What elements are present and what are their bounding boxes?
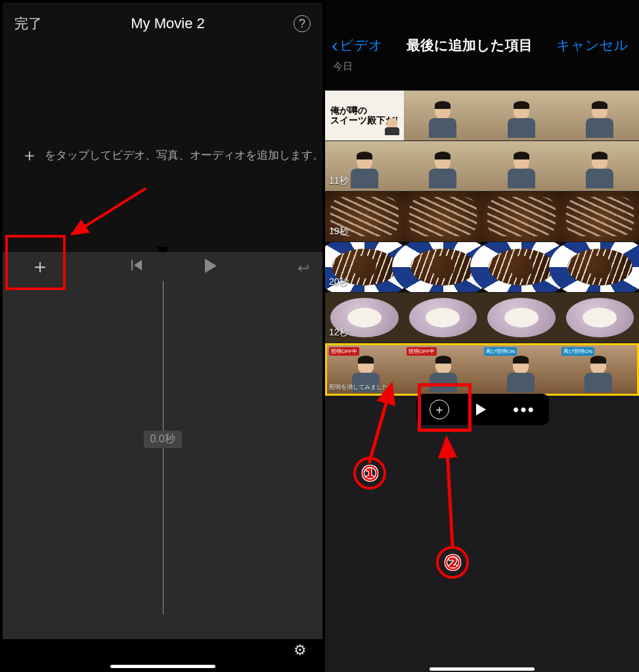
annotation-arrow-icon: [349, 378, 402, 470]
help-icon[interactable]: ?: [294, 15, 311, 32]
clip-thumb: [482, 192, 561, 242]
clip-thumb: [404, 192, 483, 242]
clip-thumb: [482, 293, 561, 343]
annotation-arrow-icon: [60, 183, 152, 249]
plus-icon: ＋: [21, 144, 38, 167]
clip-thumb: 再び照明ON: [560, 345, 637, 394]
annotation-step-number: ②: [436, 546, 469, 579]
overlay-tag: 照明OFF中: [407, 347, 437, 356]
preview-clip-button[interactable]: [476, 404, 486, 415]
home-indicator: [430, 667, 535, 671]
clip-thumb: 俺が噂の スイーツ殿下だ!: [325, 91, 404, 140]
back-label: ビデオ: [340, 36, 383, 54]
gear-icon[interactable]: ⚙: [294, 642, 307, 659]
clip-thumb: [404, 91, 483, 140]
clip-row[interactable]: 俺が噂の スイーツ殿下だ!: [325, 91, 639, 140]
clip-row[interactable]: 19秒: [325, 192, 639, 242]
svg-line-1: [369, 385, 391, 463]
hint-text: をタップしてビデオ、写真、オーディオを追加します。: [45, 148, 324, 163]
timeline[interactable]: 0.0秒: [3, 281, 322, 640]
clip-duration: 20秒: [329, 276, 349, 288]
clip-thumb: [561, 91, 640, 140]
footer-bar: ⚙: [3, 639, 322, 662]
clip-row[interactable]: 11秒: [325, 141, 639, 191]
overlay-tag: 再び照明ON: [484, 347, 517, 356]
done-button[interactable]: 完了: [14, 14, 42, 33]
project-title: My Movie 2: [131, 15, 204, 32]
undo-icon: ↩: [297, 260, 309, 276]
clip-list: 俺が噂の スイーツ殿下だ! 11秒 19秒: [325, 91, 639, 396]
skip-start-button[interactable]: [134, 260, 142, 270]
undo-button[interactable]: ↩: [297, 260, 309, 277]
empty-hint: ＋ をタップしてビデオ、写真、オーディオを追加します。: [3, 144, 317, 167]
overlay-tag: 照明OFF中: [329, 347, 359, 356]
clip-duration: 12秒: [329, 327, 349, 339]
home-indicator: [110, 665, 215, 668]
section-header: 今日: [325, 56, 639, 73]
picker-title: 最後に追加した項目: [407, 36, 533, 54]
svg-line-0: [72, 188, 146, 234]
play-icon: [205, 259, 217, 273]
clip-duration: 19秒: [329, 226, 349, 238]
clip-row[interactable]: 20秒: [325, 242, 639, 292]
clip-thumb: [482, 141, 561, 191]
annotation-step-number: ①: [353, 457, 386, 490]
preview-area: 完了 My Movie 2 ? ＋ をタップしてビデオ、写真、オーディオを追加し…: [3, 3, 322, 252]
clip-thumb: [561, 192, 640, 242]
time-indicator: 0.0秒: [143, 430, 181, 448]
play-button[interactable]: [205, 259, 217, 273]
cancel-button[interactable]: キャンセル: [556, 36, 628, 54]
timeline-area: ↩ 0.0秒: [3, 252, 322, 640]
clip-duration: 11秒: [329, 175, 349, 187]
annotation-highlight-box: [418, 383, 472, 432]
chevron-left-icon: ‹: [332, 34, 338, 56]
clip-thumb: [561, 293, 640, 343]
overlay-tag: 再び照明ON: [562, 347, 594, 356]
clip-thumb: [404, 141, 483, 191]
more-options-button[interactable]: •••: [513, 400, 535, 419]
annotation-highlight-box: [5, 235, 66, 290]
clip-row[interactable]: 12秒: [325, 293, 639, 343]
svg-line-2: [447, 438, 452, 546]
imovie-editor-screen: 完了 My Movie 2 ? ＋ をタップしてビデオ、写真、オーディオを追加し…: [0, 0, 325, 672]
clip-thumb: [482, 91, 561, 140]
back-button[interactable]: ‹ ビデオ: [332, 34, 383, 56]
clip-thumb: [404, 293, 483, 343]
media-picker-screen: ‹ ビデオ 最後に追加した項目 キャンセル 今日 俺が噂の スイーツ殿下だ! 1…: [325, 0, 639, 672]
skip-start-icon: [134, 260, 142, 270]
clip-thumb: 再び照明ON: [482, 345, 560, 394]
clip-thumb: [561, 141, 640, 191]
clip-thumb: [561, 242, 640, 292]
annotation-arrow-icon: [423, 433, 469, 551]
